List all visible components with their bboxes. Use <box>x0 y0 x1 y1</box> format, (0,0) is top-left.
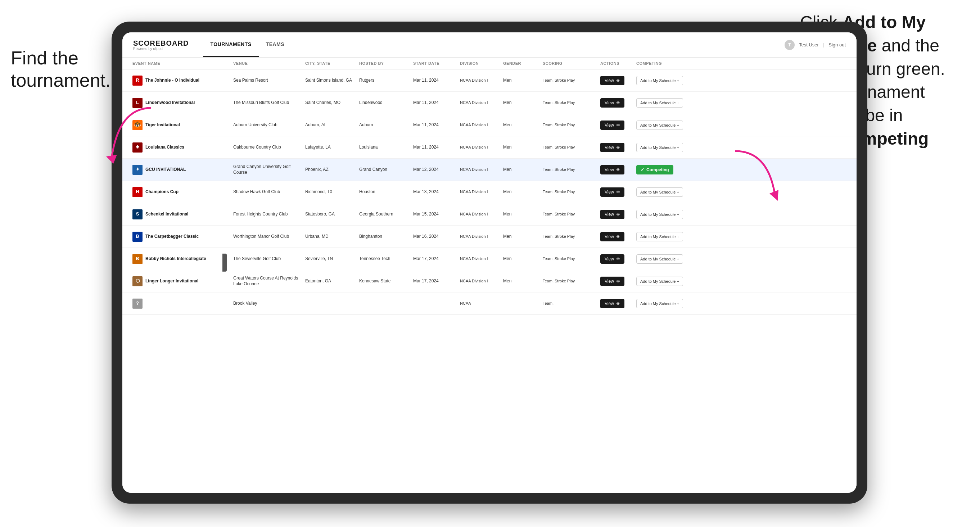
view-button[interactable]: View 👁 <box>600 254 624 264</box>
team-logo: 🐯 <box>132 120 143 130</box>
event-name-cell: B Bobby Nichols Intercollegiate <box>130 251 230 267</box>
view-label: View <box>605 78 614 83</box>
view-label: View <box>605 234 614 239</box>
gender-cell: Men <box>500 209 540 220</box>
date-cell: Mar 12, 2024 <box>410 164 457 176</box>
tablet-frame: SCOREBOARD Powered by clippd TOURNAMENTS… <box>111 22 867 504</box>
view-label: View <box>605 123 614 128</box>
add-to-schedule-button[interactable]: Add to My Schedule + <box>636 187 683 197</box>
view-button[interactable]: View 👁 <box>600 76 624 85</box>
view-button[interactable]: View 👁 <box>600 143 624 152</box>
sidebar-tab[interactable] <box>223 254 227 271</box>
eye-icon: 👁 <box>616 212 620 217</box>
city-cell: Sevierville, TN <box>302 253 356 265</box>
add-to-schedule-button[interactable]: Add to My Schedule + <box>636 121 683 130</box>
venue-cell: Auburn University Club <box>230 119 302 131</box>
actions-cell: View 👁 <box>597 140 633 155</box>
team-logo: B <box>132 232 143 242</box>
event-name-cell: S Schenkel Invitational <box>130 206 230 222</box>
col-start-date: START DATE <box>410 57 457 69</box>
add-to-schedule-button[interactable]: Add to My Schedule + <box>636 232 683 241</box>
competing-button[interactable]: Competing <box>636 165 673 175</box>
city-cell: Saint Simons Island, GA <box>302 75 356 86</box>
scoring-cell: Team, Stroke Play <box>540 276 597 286</box>
gender-cell: Men <box>500 276 540 287</box>
add-to-schedule-button[interactable]: Add to My Schedule + <box>636 254 683 264</box>
event-name-text: Louisiana Classics <box>145 144 184 150</box>
eye-icon: 👁 <box>616 168 620 172</box>
view-button[interactable]: View 👁 <box>600 98 624 108</box>
view-button[interactable]: View 👁 <box>600 121 624 130</box>
city-cell <box>302 301 356 306</box>
city-cell: Lafayette, LA <box>302 142 356 153</box>
gender-cell: Men <box>500 253 540 265</box>
event-name-cell: ⬡ Linger Longer Invitational <box>130 273 230 289</box>
actions-cell: View 👁 <box>597 117 633 133</box>
competing-cell: Competing <box>633 162 698 177</box>
add-to-schedule-button[interactable]: Add to My Schedule + <box>636 76 683 85</box>
col-competing: COMPETING <box>633 57 698 69</box>
add-to-schedule-button[interactable]: Add to My Schedule + <box>636 143 683 152</box>
division-cell: NCAA Division I <box>457 209 500 219</box>
team-logo: R <box>132 76 143 86</box>
division-cell: NCAA Division I <box>457 164 500 175</box>
division-cell: NCAA Division I <box>457 231 500 242</box>
gender-cell: Men <box>500 75 540 86</box>
division-cell: NCAA Division I <box>457 97 500 108</box>
eye-icon: 👁 <box>616 190 620 194</box>
col-event-name: EVENT NAME <box>130 57 230 69</box>
add-to-schedule-button[interactable]: Add to My Schedule + <box>636 98 683 108</box>
view-button[interactable]: View 👁 <box>600 232 624 241</box>
scoring-cell: Team, <box>540 298 597 309</box>
competing-cell: Add to My Schedule + <box>633 73 698 88</box>
competing-cell: Add to My Schedule + <box>633 274 698 289</box>
header-right: T Test User | Sign out <box>784 40 846 50</box>
competing-cell: Add to My Schedule + <box>633 207 698 222</box>
date-cell <box>410 301 457 306</box>
view-button[interactable]: View 👁 <box>600 187 624 197</box>
view-label: View <box>605 100 614 105</box>
venue-cell: The Sevierville Golf Club <box>230 253 302 265</box>
view-button[interactable]: View 👁 <box>600 299 624 308</box>
table-row: B Bobby Nichols Intercollegiate The Sevi… <box>123 248 857 270</box>
event-name-cell: ✦ GCU INVITATIONAL <box>130 162 230 178</box>
scoring-cell: Team, Stroke Play <box>540 142 597 152</box>
date-cell: Mar 11, 2024 <box>410 142 457 153</box>
host-cell: Tennessee Tech <box>356 253 410 265</box>
venue-cell: Brook Valley <box>230 298 302 310</box>
view-button[interactable]: View 👁 <box>600 210 624 219</box>
division-cell: NCAA Division I <box>457 276 500 286</box>
actions-cell: View 👁 <box>597 73 633 88</box>
actions-cell: View 👁 <box>597 296 633 311</box>
nav-tab-teams[interactable]: TEAMS <box>259 32 292 57</box>
add-to-schedule-button[interactable]: Add to My Schedule + <box>636 210 683 219</box>
add-to-schedule-button[interactable]: Add to My Schedule + <box>636 299 683 308</box>
event-name-cell: ? <box>130 296 230 311</box>
user-avatar: T <box>784 40 795 50</box>
competing-cell: Add to My Schedule + <box>633 117 698 133</box>
competing-cell: Add to My Schedule + <box>633 296 698 311</box>
competing-cell: Add to My Schedule + <box>633 140 698 155</box>
view-button[interactable]: View 👁 <box>600 277 624 286</box>
city-cell: Eatonton, GA <box>302 276 356 287</box>
event-name-cell: 🐯 Tiger Invitational <box>130 117 230 133</box>
view-label: View <box>605 279 614 284</box>
view-label: View <box>605 301 614 306</box>
eye-icon: 👁 <box>616 78 620 83</box>
scoring-cell: Team, Stroke Play <box>540 119 597 130</box>
sign-out-link[interactable]: Sign out <box>829 42 846 48</box>
event-name-cell: H Champions Cup <box>130 184 230 200</box>
division-cell: NCAA Division I <box>457 186 500 197</box>
view-button[interactable]: View 👁 <box>600 165 624 175</box>
add-to-schedule-button[interactable]: Add to My Schedule + <box>636 277 683 286</box>
col-division: DIVISION <box>457 57 500 69</box>
nav-tab-tournaments[interactable]: TOURNAMENTS <box>203 32 258 57</box>
scoring-cell: Team, Stroke Play <box>540 186 597 197</box>
view-label: View <box>605 167 614 172</box>
date-cell: Mar 11, 2024 <box>410 75 457 86</box>
team-logo: ✦ <box>132 165 143 175</box>
event-name-text: Bobby Nichols Intercollegiate <box>145 256 206 262</box>
host-cell: Rutgers <box>356 75 410 86</box>
team-logo: ⚜ <box>132 143 143 152</box>
city-cell: Auburn, AL <box>302 119 356 131</box>
